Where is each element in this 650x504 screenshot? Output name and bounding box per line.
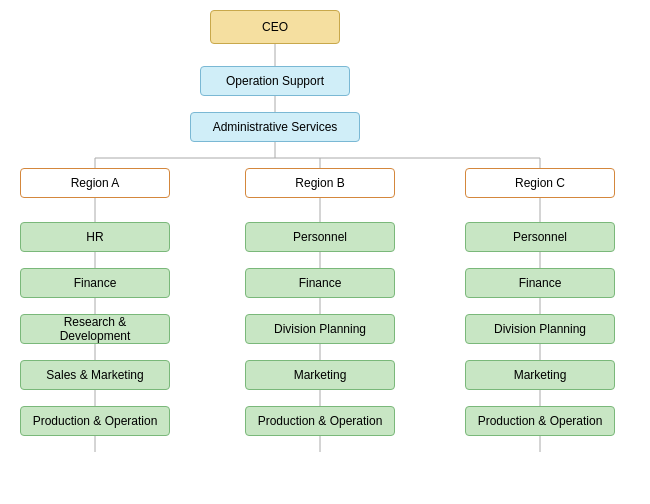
region-a-production: Production & Operation xyxy=(20,406,170,436)
org-chart: CEO Operation Support Administrative Ser… xyxy=(0,0,650,20)
region-b-node: Region B xyxy=(245,168,395,198)
ceo-label: CEO xyxy=(262,20,288,34)
ceo-node: CEO xyxy=(210,10,340,44)
region-a-node: Region A xyxy=(20,168,170,198)
admin-services-node: Administrative Services xyxy=(190,112,360,142)
region-b-production: Production & Operation xyxy=(245,406,395,436)
region-c-personnel: Personnel xyxy=(465,222,615,252)
admin-services-label: Administrative Services xyxy=(213,120,338,134)
region-c-finance: Finance xyxy=(465,268,615,298)
region-b-personnel: Personnel xyxy=(245,222,395,252)
region-b-finance: Finance xyxy=(245,268,395,298)
region-a-finance: Finance xyxy=(20,268,170,298)
region-c-node: Region C xyxy=(465,168,615,198)
region-b-marketing: Marketing xyxy=(245,360,395,390)
operation-support-label: Operation Support xyxy=(226,74,324,88)
region-a-hr: HR xyxy=(20,222,170,252)
region-a-rd: Research & Development xyxy=(20,314,170,344)
region-a-label: Region A xyxy=(71,176,120,190)
region-c-marketing: Marketing xyxy=(465,360,615,390)
region-c-production: Production & Operation xyxy=(465,406,615,436)
region-c-division-planning: Division Planning xyxy=(465,314,615,344)
region-b-label: Region B xyxy=(295,176,344,190)
region-c-label: Region C xyxy=(515,176,565,190)
operation-support-node: Operation Support xyxy=(200,66,350,96)
region-a-sales: Sales & Marketing xyxy=(20,360,170,390)
region-b-division-planning: Division Planning xyxy=(245,314,395,344)
